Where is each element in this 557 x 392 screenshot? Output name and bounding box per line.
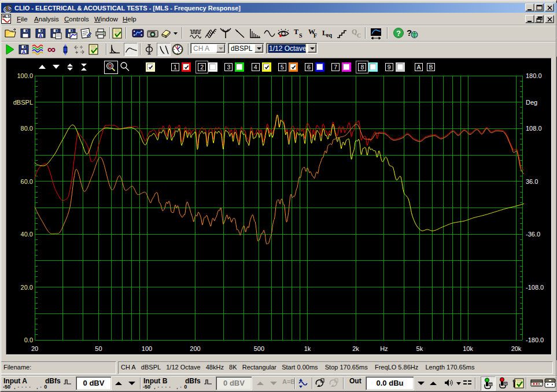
svg-text:20k: 20k <box>511 345 522 352</box>
svg-text:180.0: 180.0 <box>526 72 542 79</box>
svg-text:60.0: 60.0 <box>21 178 33 185</box>
svg-text:200: 200 <box>190 345 200 352</box>
svg-text:Deg: Deg <box>526 99 537 106</box>
svg-text:40.0: 40.0 <box>21 231 33 238</box>
svg-text:-36.0: -36.0 <box>526 231 540 238</box>
svg-text:108.0: 108.0 <box>526 125 542 132</box>
svg-text:80.0: 80.0 <box>21 125 33 132</box>
svg-text:Hz: Hz <box>380 345 388 352</box>
svg-text:50: 50 <box>95 345 102 352</box>
svg-text:-108.0: -108.0 <box>526 284 544 291</box>
svg-text:100: 100 <box>142 345 152 352</box>
svg-text:-180.0: -180.0 <box>526 336 544 343</box>
svg-text:20.0: 20.0 <box>21 284 33 291</box>
svg-text:dBSPL: dBSPL <box>13 99 33 106</box>
svg-text:36.0: 36.0 <box>526 178 538 185</box>
svg-text:0.0: 0.0 <box>24 336 33 343</box>
svg-text:2k: 2k <box>352 345 359 352</box>
svg-text:500: 500 <box>254 345 264 352</box>
svg-text:100.0: 100.0 <box>17 72 33 79</box>
svg-text:1k: 1k <box>304 345 311 352</box>
svg-text:5k: 5k <box>416 345 423 352</box>
svg-text:10k: 10k <box>463 345 473 352</box>
svg-text:20: 20 <box>31 345 38 352</box>
